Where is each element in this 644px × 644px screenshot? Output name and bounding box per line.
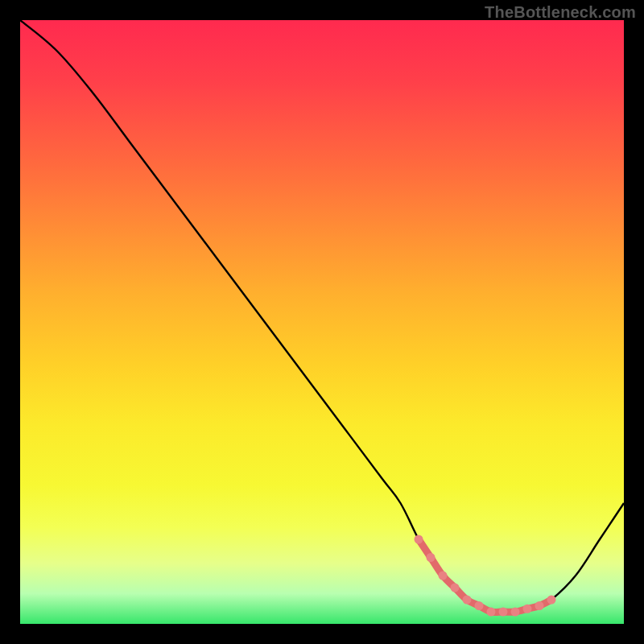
optimal-range-dot — [511, 608, 520, 617]
optimal-range-dot — [475, 601, 484, 610]
optimal-range-dot — [547, 596, 556, 605]
chart-container: TheBottleneck.com — [0, 0, 644, 644]
optimal-range-dot — [487, 608, 496, 617]
optimal-range-dot — [427, 553, 436, 562]
bottleneck-curve-svg — [20, 20, 624, 624]
plot-area — [20, 20, 624, 624]
optimal-range-dot — [415, 535, 423, 544]
optimal-range-dot — [499, 608, 508, 617]
optimal-range-dot — [523, 605, 532, 613]
optimal-range-dot — [439, 572, 448, 580]
optimal-range-dot — [451, 584, 460, 592]
bottleneck-curve-path — [20, 20, 624, 613]
optimal-range-dot — [535, 601, 544, 610]
watermark-text: TheBottleneck.com — [485, 3, 636, 22]
optimal-range-dot — [463, 596, 472, 605]
